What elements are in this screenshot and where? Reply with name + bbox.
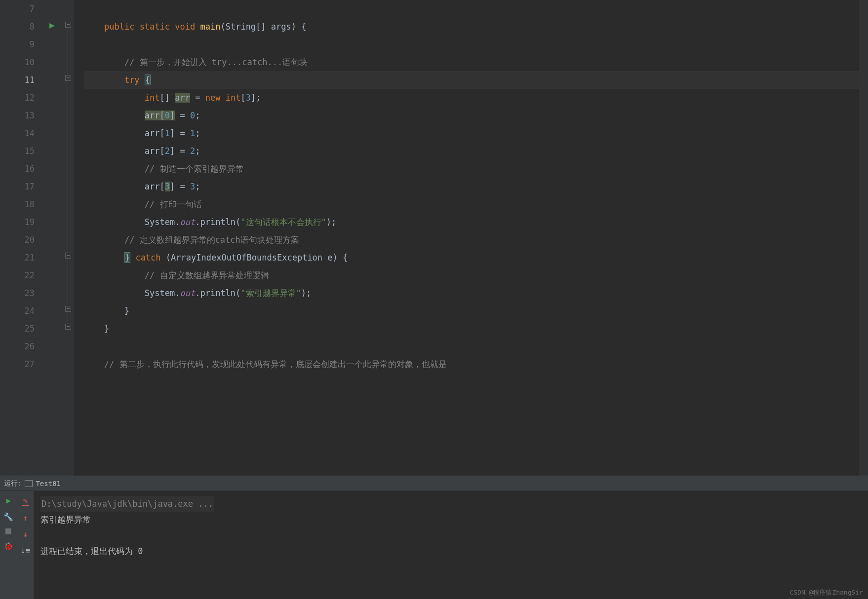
rerun-icon[interactable]: ▶ xyxy=(6,496,11,505)
stop-icon[interactable] xyxy=(5,528,11,534)
line-number[interactable]: 26 xyxy=(0,337,35,355)
line-number[interactable]: 13 xyxy=(0,107,35,124)
line-number[interactable]: 16 xyxy=(0,160,35,178)
console-line: 进程已结束，退出代码为 0 xyxy=(40,543,861,559)
line-number[interactable]: 11 xyxy=(0,71,35,89)
console-output[interactable]: D:\study\Java\jdk\bin\java.exe ... 索引越界异… xyxy=(34,491,868,599)
wrench-icon[interactable]: 🔧 xyxy=(3,512,13,522)
line-number[interactable]: 12 xyxy=(0,89,35,107)
line-number[interactable]: 19 xyxy=(0,213,35,231)
line-number[interactable]: 17 xyxy=(0,178,35,195)
run-toolbar-right: ✎ ↑ ↓ ↓≡ xyxy=(17,491,34,599)
line-number[interactable]: 20 xyxy=(0,231,35,249)
debug-icon[interactable]: 🐞 xyxy=(3,541,13,551)
edit-icon[interactable]: ✎ xyxy=(22,496,29,506)
line-number[interactable]: 14 xyxy=(0,124,35,142)
code-editor[interactable]: public static void main(String[] args) {… xyxy=(74,0,859,476)
line-number[interactable]: 24 xyxy=(0,302,35,320)
fold-line xyxy=(68,30,68,326)
fold-column: − − − − − xyxy=(64,0,74,476)
line-number[interactable]: 27 xyxy=(0,355,35,373)
sort-icon[interactable]: ↓≡ xyxy=(21,546,30,555)
run-toolbar-left: ▶ 🔧 🐞 xyxy=(0,491,17,599)
run-label: 运行: xyxy=(4,479,22,488)
line-number[interactable]: 21 xyxy=(0,249,35,266)
line-number[interactable]: 9 xyxy=(0,36,35,53)
run-config-name[interactable]: Test01 xyxy=(36,480,61,487)
line-number[interactable]: 23 xyxy=(0,284,35,302)
fold-toggle-icon[interactable]: − xyxy=(65,75,71,81)
run-config-icon xyxy=(25,480,33,487)
line-number[interactable]: 8 xyxy=(0,18,35,36)
line-number[interactable]: 10 xyxy=(0,53,35,71)
run-gutter-icon[interactable]: ▶ xyxy=(49,20,55,30)
gutter-icon-column: ▶ xyxy=(44,0,64,476)
run-panel-header: 运行: Test01 xyxy=(0,476,868,491)
line-number[interactable]: 22 xyxy=(0,266,35,284)
editor-area: 7 8 9 10 11 12 13 14 15 16 17 18 19 20 2… xyxy=(0,0,868,476)
right-gutter[interactable] xyxy=(859,0,868,476)
run-body: ▶ 🔧 🐞 ✎ ↑ ↓ ↓≡ D:\study\Java\jdk\bin\jav… xyxy=(0,491,868,599)
fold-toggle-icon[interactable]: − xyxy=(65,306,71,312)
up-arrow-icon[interactable]: ↑ xyxy=(23,513,28,523)
line-number[interactable]: 7 xyxy=(0,0,35,18)
line-number-gutter: 7 8 9 10 11 12 13 14 15 16 17 18 19 20 2… xyxy=(0,0,44,476)
line-number[interactable]: 15 xyxy=(0,142,35,160)
line-number[interactable]: 18 xyxy=(0,195,35,213)
watermark: CSDN @程序猿ZhangSir xyxy=(789,588,863,597)
console-command: D:\study\Java\jdk\bin\java.exe ... xyxy=(40,496,214,512)
console-line: 索引越界异常 xyxy=(40,512,861,527)
fold-toggle-icon[interactable]: − xyxy=(65,324,71,330)
fold-toggle-icon[interactable]: − xyxy=(65,253,71,259)
down-arrow-icon[interactable]: ↓ xyxy=(23,529,28,539)
line-number[interactable]: 25 xyxy=(0,320,35,337)
fold-toggle-icon[interactable]: − xyxy=(65,22,71,28)
run-panel: 运行: Test01 ▶ 🔧 🐞 ✎ ↑ ↓ ↓≡ D:\study\Java\… xyxy=(0,476,868,599)
